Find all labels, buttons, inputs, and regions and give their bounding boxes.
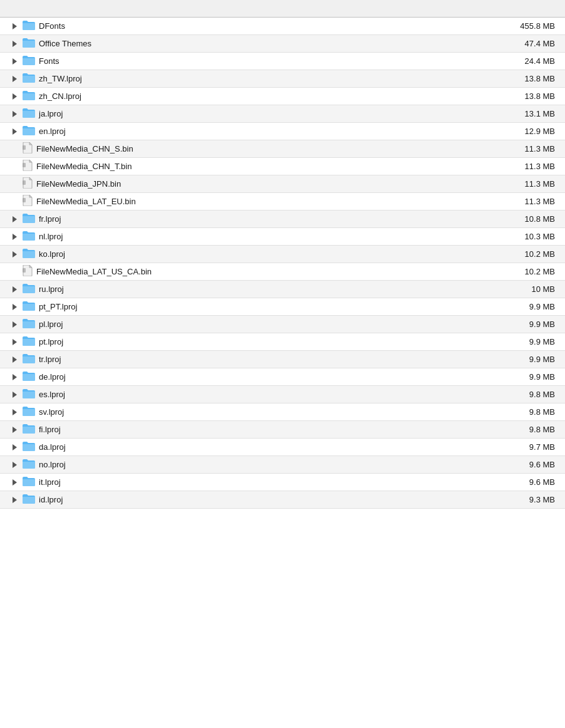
item-name-label: pl.lproj bbox=[39, 320, 63, 329]
table-row[interactable]: FileNewMedia_LAT_US_CA.bin10.2 MB bbox=[0, 263, 565, 281]
table-row[interactable]: fr.lproj10.8 MB bbox=[0, 211, 565, 228]
table-row[interactable]: sv.lproj9.8 MB bbox=[0, 403, 565, 421]
svg-rect-2 bbox=[23, 180, 26, 185]
folder-icon bbox=[23, 55, 35, 67]
name-cell: id.lproj bbox=[10, 494, 499, 506]
expand-button[interactable] bbox=[10, 408, 19, 417]
expand-button[interactable] bbox=[10, 460, 19, 469]
item-name-label: es.lproj bbox=[39, 390, 65, 399]
item-name-label: en.lproj bbox=[39, 127, 66, 136]
item-name-label: zh_TW.lproj bbox=[39, 74, 82, 83]
folder-icon bbox=[23, 424, 35, 435]
expand-button[interactable] bbox=[10, 373, 19, 382]
table-row[interactable]: FileNewMedia_CHN_S.bin11.3 MB bbox=[0, 140, 565, 158]
name-cell: DFonts bbox=[10, 20, 499, 32]
size-label: 9.8 MB bbox=[499, 407, 555, 417]
table-row[interactable]: de.lproj9.9 MB bbox=[0, 368, 565, 386]
table-row[interactable]: pl.lproj9.9 MB bbox=[0, 316, 565, 333]
expand-button[interactable] bbox=[10, 425, 19, 434]
table-row[interactable]: ja.lproj13.1 MB bbox=[0, 105, 565, 123]
name-cell: tr.lproj bbox=[10, 353, 499, 365]
item-name-label: FileNewMedia_LAT_US_CA.bin bbox=[36, 267, 152, 276]
expand-button[interactable] bbox=[10, 127, 19, 136]
table-row[interactable]: FileNewMedia_LAT_EU.bin11.3 MB bbox=[0, 193, 565, 211]
folder-icon bbox=[23, 406, 35, 418]
table-row[interactable]: pt.lproj9.9 MB bbox=[0, 333, 565, 351]
folder-icon bbox=[23, 388, 35, 400]
expand-button[interactable] bbox=[10, 22, 19, 31]
expand-button[interactable] bbox=[10, 110, 19, 118]
name-cell: ja.lproj bbox=[10, 108, 499, 120]
name-cell: no.lproj bbox=[10, 459, 499, 471]
table-row[interactable]: pt_PT.lproj9.9 MB bbox=[0, 298, 565, 316]
name-cell: es.lproj bbox=[10, 388, 499, 400]
expand-button[interactable] bbox=[10, 443, 19, 452]
item-name-label: nl.lproj bbox=[39, 232, 63, 241]
table-row[interactable]: fi.lproj9.8 MB bbox=[0, 421, 565, 439]
expand-button[interactable] bbox=[10, 250, 19, 259]
item-name-label: FileNewMedia_JPN.bin bbox=[36, 179, 121, 189]
table-row[interactable]: id.lproj9.3 MB bbox=[0, 491, 565, 509]
size-label: 11.3 MB bbox=[499, 179, 555, 189]
table-row[interactable]: FileNewMedia_JPN.bin11.3 MB bbox=[0, 175, 565, 193]
item-name-label: it.lproj bbox=[39, 477, 61, 487]
expand-button[interactable] bbox=[10, 338, 19, 346]
table-row[interactable]: nl.lproj10.3 MB bbox=[0, 228, 565, 246]
size-label: 455.8 MB bbox=[499, 21, 555, 31]
size-label: 9.7 MB bbox=[499, 442, 555, 452]
item-name-label: sv.lproj bbox=[39, 407, 64, 417]
expand-button[interactable] bbox=[10, 215, 19, 224]
size-column-header[interactable] bbox=[554, 4, 555, 13]
item-name-label: da.lproj bbox=[39, 442, 66, 452]
expand-button[interactable] bbox=[10, 39, 19, 48]
expand-button[interactable] bbox=[10, 232, 19, 241]
size-label: 47.4 MB bbox=[499, 39, 555, 48]
folder-icon bbox=[23, 283, 35, 295]
item-name-label: DFonts bbox=[39, 21, 65, 31]
expand-button[interactable] bbox=[10, 75, 19, 83]
item-name-label: FileNewMedia_CHN_S.bin bbox=[36, 144, 133, 153]
folder-icon bbox=[23, 90, 35, 102]
table-row[interactable]: en.lproj12.9 MB bbox=[0, 123, 565, 140]
size-label: 11.3 MB bbox=[499, 197, 555, 206]
name-cell: zh_TW.lproj bbox=[10, 73, 499, 85]
table-row[interactable]: ko.lproj10.2 MB bbox=[0, 246, 565, 263]
table-row[interactable]: da.lproj9.7 MB bbox=[0, 439, 565, 456]
expand-button[interactable] bbox=[10, 496, 19, 504]
table-row[interactable]: no.lproj9.6 MB bbox=[0, 456, 565, 474]
size-label: 10 MB bbox=[499, 284, 555, 294]
folder-icon bbox=[23, 459, 35, 471]
table-row[interactable]: tr.lproj9.9 MB bbox=[0, 351, 565, 368]
table-header bbox=[0, 0, 565, 18]
table-row[interactable]: ru.lproj10 MB bbox=[0, 281, 565, 298]
name-cell: Office Themes bbox=[10, 38, 499, 49]
expand-button[interactable] bbox=[10, 285, 19, 294]
expand-button[interactable] bbox=[10, 478, 19, 487]
file-icon bbox=[23, 142, 33, 155]
expand-button[interactable] bbox=[10, 92, 19, 101]
table-row[interactable]: zh_TW.lproj13.8 MB bbox=[0, 70, 565, 88]
table-row[interactable]: it.lproj9.6 MB bbox=[0, 474, 565, 491]
expand-button[interactable] bbox=[10, 355, 19, 364]
table-row[interactable]: Office Themes47.4 MB bbox=[0, 35, 565, 53]
name-cell: zh_CN.lproj bbox=[10, 90, 499, 102]
table-row[interactable]: FileNewMedia_CHN_T.bin11.3 MB bbox=[0, 158, 565, 175]
size-label: 11.3 MB bbox=[499, 144, 555, 153]
expand-button[interactable] bbox=[10, 57, 19, 66]
table-row[interactable]: es.lproj9.8 MB bbox=[0, 386, 565, 403]
expand-button[interactable] bbox=[10, 320, 19, 329]
table-row[interactable]: Fonts24.4 MB bbox=[0, 53, 565, 70]
expand-button[interactable] bbox=[10, 303, 19, 311]
folder-icon bbox=[23, 20, 35, 32]
file-icon bbox=[23, 160, 33, 173]
table-row[interactable]: DFonts455.8 MB bbox=[0, 18, 565, 35]
table-row[interactable]: zh_CN.lproj13.8 MB bbox=[0, 88, 565, 105]
item-name-label: ko.lproj bbox=[39, 249, 65, 259]
svg-rect-1 bbox=[23, 163, 26, 167]
folder-icon bbox=[23, 73, 35, 85]
name-cell: sv.lproj bbox=[10, 406, 499, 418]
name-cell: fi.lproj bbox=[10, 424, 499, 435]
file-icon bbox=[23, 265, 33, 278]
expand-button[interactable] bbox=[10, 390, 19, 399]
size-label: 9.3 MB bbox=[499, 495, 555, 504]
